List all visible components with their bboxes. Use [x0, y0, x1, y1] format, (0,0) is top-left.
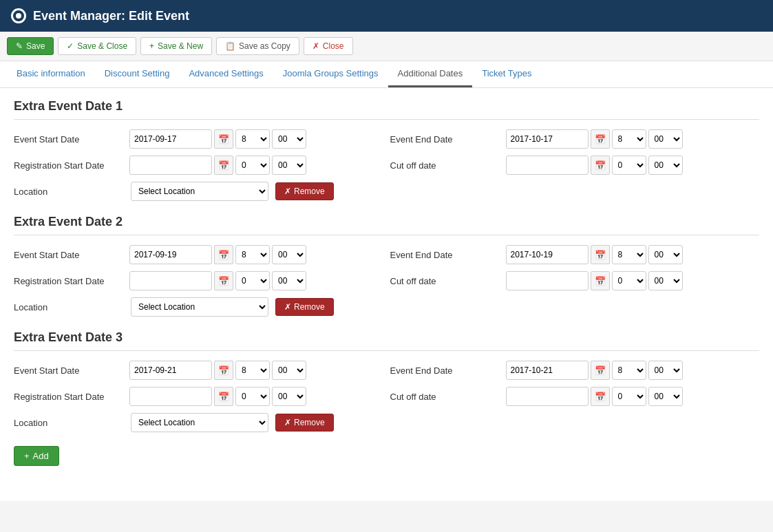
close-button[interactable]: ✗ Close [304, 37, 353, 55]
tab-ticket[interactable]: Ticket Types [472, 61, 541, 87]
event-end-cal-btn-3[interactable]: 📅 [591, 361, 610, 380]
event-end-cal-btn-2[interactable]: 📅 [591, 245, 610, 264]
cutoff-cal-btn-2[interactable]: 📅 [591, 271, 610, 290]
reg-start-date-input-2[interactable] [129, 271, 212, 290]
event-end-cal-btn-1[interactable]: 📅 [591, 129, 610, 149]
reg-start-min-2[interactable]: 000510152025303540455055 [272, 271, 306, 290]
event-end-date-input-2[interactable] [506, 245, 589, 264]
location-row-2: Location Select Location ✗ Remove [14, 297, 759, 317]
event-start-label-3: Event Start Date [14, 365, 124, 376]
x-icon: ✗ [313, 41, 319, 51]
location-select-2[interactable]: Select Location [131, 297, 268, 317]
tab-discount[interactable]: Discount Setting [95, 61, 180, 87]
reg-start-min-1[interactable]: 000510152025303540455055 [272, 156, 306, 175]
save-copy-button[interactable]: 📋 Save as Copy [216, 37, 299, 55]
location-row-3: Location Select Location ✗ Remove [14, 413, 759, 432]
cutoff-cal-btn-3[interactable]: 📅 [591, 387, 610, 406]
event-start-date-group-2: 📅 01234567891011121314151617181920212223… [129, 245, 306, 264]
cutoff-date-group-2: 📅 01234567891011121314151617181920212223… [506, 271, 683, 290]
calendar-icon: 📅 [218, 365, 229, 376]
event-end-date-input-1[interactable] [506, 129, 589, 149]
event-start-min-2[interactable]: 000510152025303540455055 [272, 245, 306, 264]
page-title: Event Manager: Edit Event [33, 9, 189, 23]
event-start-date-input-1[interactable] [129, 129, 212, 149]
tab-joomla[interactable]: Joomla Groups Settings [273, 61, 388, 87]
section-title-2: Extra Event Date 2 [14, 215, 759, 235]
event-end-hour-3[interactable]: 01234567891011121314151617181920212223 [612, 361, 646, 380]
reg-start-cal-btn-2[interactable]: 📅 [214, 271, 233, 290]
add-button[interactable]: + Add [14, 446, 59, 466]
save-close-button[interactable]: ✓ Save & Close [58, 37, 136, 55]
calendar-icon: 📅 [218, 160, 229, 171]
location-label-3: Location [14, 418, 124, 428]
tab-advanced[interactable]: Advanced Settings [179, 61, 273, 87]
calendar-icon: 📅 [218, 392, 229, 402]
check-icon: ✓ [67, 41, 74, 51]
section-title-1: Extra Event Date 1 [14, 99, 759, 120]
event-start-min-1[interactable]: 000510152025303540455055 [272, 129, 306, 149]
event-start-date-input-2[interactable] [129, 245, 212, 264]
event-start-date-group-3: 📅 01234567891011121314151617181920212223… [129, 361, 306, 380]
cutoff-date-input-2[interactable] [506, 271, 589, 290]
cutoff-date-input-3[interactable] [506, 387, 589, 406]
event-end-min-2[interactable]: 000510152025303540455055 [648, 245, 683, 264]
event-end-min-1[interactable]: 000510152025303540455055 [648, 129, 683, 149]
remove-button-3[interactable]: ✗ Remove [275, 414, 334, 432]
event-end-min-3[interactable]: 000510152025303540455055 [648, 361, 683, 380]
location-select-1[interactable]: Select Location [131, 182, 268, 201]
event-start-cal-btn-3[interactable]: 📅 [214, 361, 233, 380]
tab-additional[interactable]: Additional Dates [388, 61, 473, 87]
cutoff-min-1[interactable]: 000510152025303540455055 [648, 156, 683, 175]
event-section-1: Extra Event Date 1 Event Start Date 📅 01… [14, 99, 759, 201]
cutoff-date-group-3: 📅 01234567891011121314151617181920212223… [506, 387, 683, 406]
event-start-hour-1[interactable]: 01234567891011121314151617181920212223 [235, 129, 270, 149]
calendar-icon: 📅 [595, 250, 606, 260]
calendar-icon: 📅 [595, 134, 606, 145]
event-section-3: Extra Event Date 3 Event Start Date 📅 01… [14, 330, 759, 432]
event-start-hour-3[interactable]: 01234567891011121314151617181920212223 [235, 361, 270, 380]
reg-start-hour-1[interactable]: 01234567891011121314151617181920212223 [235, 156, 270, 175]
reg-start-hour-3[interactable]: 01234567891011121314151617181920212223 [235, 387, 270, 406]
remove-button-2[interactable]: ✗ Remove [275, 298, 334, 316]
reg-start-date-input-3[interactable] [129, 387, 212, 406]
event-end-hour-2[interactable]: 01234567891011121314151617181920212223 [612, 245, 646, 264]
calendar-icon: 📅 [595, 392, 606, 402]
event-start-cal-btn-1[interactable]: 📅 [214, 129, 233, 149]
cutoff-min-3[interactable]: 000510152025303540455055 [648, 387, 683, 406]
reg-start-date-input-1[interactable] [129, 156, 212, 175]
app-icon [11, 8, 26, 23]
reg-start-cal-btn-1[interactable]: 📅 [214, 156, 233, 175]
x-icon: ✗ [284, 187, 291, 196]
calendar-icon: 📅 [218, 250, 229, 260]
cutoff-label-3: Cut off date [390, 392, 500, 402]
save-new-button[interactable]: + Save & New [140, 37, 212, 55]
event-start-date-group-1: 📅 01234567891011121314151617181920212223… [129, 129, 306, 149]
cutoff-date-input-1[interactable] [506, 156, 589, 175]
remove-button-1[interactable]: ✗ Remove [275, 182, 334, 200]
event-end-hour-1[interactable]: 01234567891011121314151617181920212223 [612, 129, 646, 149]
event-end-date-group-1: 📅 01234567891011121314151617181920212223… [506, 129, 683, 149]
calendar-icon: 📅 [218, 134, 229, 145]
main-content: Extra Event Date 1 Event Start Date 📅 01… [0, 88, 773, 501]
reg-start-cal-btn-3[interactable]: 📅 [214, 387, 233, 406]
event-end-date-input-3[interactable] [506, 361, 589, 380]
cutoff-cal-btn-1[interactable]: 📅 [591, 156, 610, 175]
cutoff-hour-3[interactable]: 01234567891011121314151617181920212223 [612, 387, 646, 406]
reg-start-hour-2[interactable]: 01234567891011121314151617181920212223 [235, 271, 270, 290]
event-start-hour-2[interactable]: 01234567891011121314151617181920212223 [235, 245, 270, 264]
event-start-cal-btn-2[interactable]: 📅 [214, 245, 233, 264]
reg-start-date-group-2: 📅 01234567891011121314151617181920212223… [129, 271, 306, 290]
save-button[interactable]: ✎ Save [7, 37, 54, 55]
event-start-date-input-3[interactable] [129, 361, 212, 380]
cutoff-hour-1[interactable]: 01234567891011121314151617181920212223 [612, 156, 646, 175]
reg-start-min-3[interactable]: 000510152025303540455055 [272, 387, 306, 406]
location-row-1: Location Select Location ✗ Remove [14, 182, 759, 201]
calendar-icon: 📅 [218, 276, 229, 286]
event-start-min-3[interactable]: 000510152025303540455055 [272, 361, 306, 380]
tab-basic[interactable]: Basic information [7, 61, 95, 87]
cutoff-hour-2[interactable]: 01234567891011121314151617181920212223 [612, 271, 646, 290]
event-end-label-3: Event End Date [390, 365, 500, 376]
location-select-3[interactable]: Select Location [131, 413, 268, 432]
cutoff-min-2[interactable]: 000510152025303540455055 [648, 271, 683, 290]
cutoff-label-2: Cut off date [390, 276, 500, 286]
